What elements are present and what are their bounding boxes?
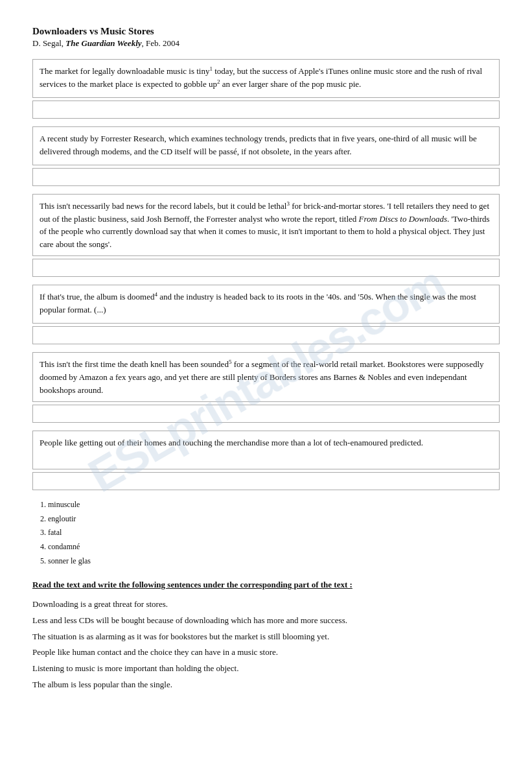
- page-subtitle: D. Segal, The Guardian Weekly, Feb. 2004: [32, 38, 500, 49]
- subtitle-author: D. Segal,: [32, 38, 65, 48]
- subtitle-date: , Feb. 2004: [142, 38, 180, 48]
- exercise-title: Read the text and write the following se…: [32, 580, 500, 590]
- footnotes-list: minuscule engloutir fatal condamné sonne…: [48, 498, 500, 568]
- footnote-1: minuscule: [48, 498, 500, 512]
- blank-6: [32, 472, 500, 490]
- subtitle-publication: The Guardian Weekly: [65, 38, 141, 48]
- blank-5: [32, 405, 500, 423]
- paragraph-3: This isn't necessarily bad news for the …: [32, 194, 500, 256]
- exercise-sentence-6: The album is less popular than the singl…: [32, 677, 500, 693]
- paragraph-5: This isn't the first time the death knel…: [32, 352, 500, 402]
- para2-text: A recent study by Forrester Research, wh…: [40, 134, 477, 156]
- exercise-sentence-1: Downloading is a great threat for stores…: [32, 597, 500, 613]
- para6-text: People like getting out of their homes a…: [40, 438, 423, 447]
- exercise-sentences: Downloading is a great threat for stores…: [32, 597, 500, 693]
- para1-text1: The market for legally downloadable musi…: [40, 66, 209, 76]
- blank-3: [32, 259, 500, 277]
- blank-1: [32, 101, 500, 119]
- footnote-5: sonner le glas: [48, 554, 500, 569]
- paragraph-2: A recent study by Forrester Research, wh…: [32, 126, 500, 165]
- paragraph-6: People like getting out of their homes a…: [32, 431, 500, 469]
- exercise-sentence-4: People like human contact and the choice…: [32, 645, 500, 661]
- para5-text1: This isn't the first time the death knel…: [40, 360, 229, 370]
- exercise-sentence-2: Less and less CDs will be bought because…: [32, 613, 500, 629]
- para3-italic: From Discs to Downloads: [359, 214, 447, 224]
- para4-text1: If that's true, the album is doomed: [40, 292, 154, 302]
- footnote-2: engloutir: [48, 512, 500, 527]
- paragraph-4: If that's true, the album is doomed4 and…: [32, 285, 500, 324]
- paragraph-1: The market for legally downloadable musi…: [32, 59, 500, 98]
- footnote-3: fatal: [48, 526, 500, 540]
- footnotes-section: minuscule engloutir fatal condamné sonne…: [32, 498, 500, 568]
- para3-text1: This isn't necessarily bad news for the …: [40, 201, 286, 211]
- exercise-sentence-3: The situation is as alarming as it was f…: [32, 629, 500, 645]
- page-title: Downloaders vs Music Stores: [32, 26, 500, 37]
- blank-4: [32, 326, 500, 344]
- exercise-sentence-5: Listening to music is more important tha…: [32, 661, 500, 677]
- blank-2: [32, 168, 500, 186]
- exercise-section: Read the text and write the following se…: [32, 580, 500, 693]
- footnote-4: condamné: [48, 540, 500, 554]
- para1-text3: an ever larger share of the pop music pi…: [220, 79, 361, 89]
